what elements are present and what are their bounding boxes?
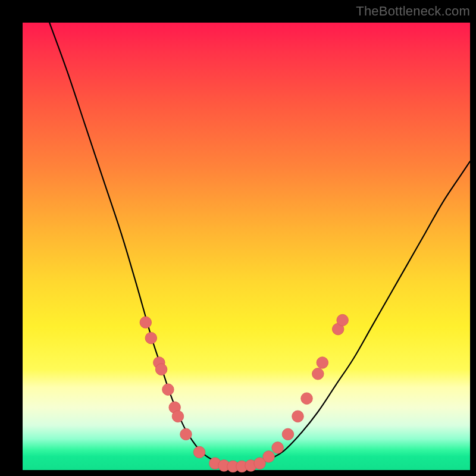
sample-dot bbox=[337, 314, 349, 326]
chart-stage: TheBottleneck.com bbox=[0, 0, 476, 476]
plot-area bbox=[23, 23, 470, 470]
sample-dot bbox=[162, 384, 174, 396]
watermark-text: TheBottleneck.com bbox=[356, 4, 470, 19]
sample-dot bbox=[145, 332, 157, 344]
sample-dot bbox=[172, 411, 184, 422]
chart-overlay bbox=[23, 23, 470, 470]
sample-dot bbox=[263, 451, 275, 463]
sample-dot bbox=[317, 357, 328, 369]
sample-dot bbox=[140, 317, 152, 328]
sample-dot bbox=[301, 393, 313, 405]
sample-dot bbox=[272, 442, 284, 454]
sample-dots bbox=[140, 314, 348, 472]
sample-dot bbox=[282, 428, 294, 440]
sample-dot bbox=[292, 411, 304, 422]
sample-dot bbox=[193, 446, 205, 458]
bottleneck-curve bbox=[49, 23, 470, 466]
sample-dot bbox=[312, 368, 324, 380]
sample-dot bbox=[155, 364, 167, 375]
sample-dot bbox=[180, 428, 192, 440]
